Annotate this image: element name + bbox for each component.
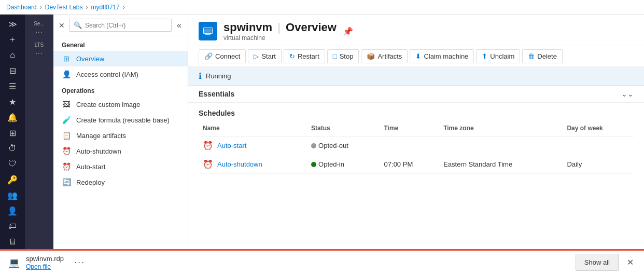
second-panel-se-dots[interactable]: ··· [35, 28, 43, 36]
show-all-button[interactable]: Show all [576, 254, 619, 271]
autostart-icon: ⏰ [62, 162, 71, 171]
vm-subtitle: virtual machine [223, 34, 337, 42]
schedule-day-cell: Daily [563, 155, 634, 174]
shield-icon[interactable]: 🛡 [2, 157, 23, 171]
unclaim-button[interactable]: ⬆ Unclaim [476, 49, 520, 63]
star-icon[interactable]: ★ [2, 94, 23, 109]
start-button[interactable]: ▷ Start [248, 49, 281, 63]
col-name: Name [199, 122, 307, 136]
overview-icon: ⊞ [62, 54, 71, 63]
col-time: Time [380, 122, 440, 136]
home-icon[interactable]: ⌂ [2, 48, 23, 62]
list-icon[interactable]: ☰ [2, 79, 23, 93]
essentials-chevron-icon[interactable]: ⌄⌄ [621, 90, 634, 98]
person-icon[interactable]: 👤 [2, 203, 23, 218]
add-icon[interactable]: ＋ [2, 32, 23, 47]
breadcrumb-sep-3: › [123, 4, 125, 11]
nav-autoshutdown[interactable]: ⏰ Auto-shutdown [53, 143, 188, 159]
toolbar: 🔗 Connect ▷ Start ↻ Restart □ Stop 📦 Art… [188, 46, 644, 67]
status-dot [311, 143, 316, 148]
nav-custom-image[interactable]: 🖼 Create custom image [53, 97, 188, 112]
open-file-link[interactable]: Open file [26, 263, 64, 270]
grid-icon[interactable]: ⊞ [2, 126, 23, 140]
schedule-name-text[interactable]: Auto-shutdown [217, 160, 262, 168]
nav-formula-label: Create formula (reusable base) [76, 116, 170, 124]
content-area: spwinvm | Overview virtual machine 📌 🔗 C… [188, 15, 644, 249]
monitor-icon[interactable]: 🖥 [2, 235, 23, 249]
section-operations: Operations [53, 82, 188, 97]
breadcrumb-sep-1: › [40, 4, 42, 11]
nav-autoshutdown-label: Auto-shutdown [76, 147, 121, 155]
nav-autostart[interactable]: ⏰ Auto-start [53, 159, 188, 174]
nav-artifacts-label: Manage artifacts [76, 132, 126, 140]
table-row: ⏰ Auto-start Opted-out [199, 136, 634, 155]
delete-icon: 🗑 [528, 52, 535, 60]
essentials-header: Essentials ⌄⌄ [188, 86, 644, 103]
expand-icon[interactable]: ≫ [2, 17, 23, 31]
file-icon: 💻 [8, 257, 20, 268]
restart-icon: ↻ [289, 52, 295, 60]
delete-button[interactable]: 🗑 Delete [522, 49, 563, 63]
col-day: Day of week [563, 122, 634, 136]
unclaim-icon: ⬆ [482, 52, 487, 60]
bell-icon[interactable]: 🔔 [2, 110, 23, 125]
bottom-bar-ellipsis[interactable]: ··· [74, 257, 85, 268]
artifacts-button[interactable]: 📦 Artifacts [361, 49, 408, 63]
connect-button[interactable]: 🔗 Connect [199, 49, 246, 63]
col-status: Status [307, 122, 380, 136]
clock-icon[interactable]: ⏱ [2, 141, 23, 156]
second-panel: Se... ··· LTS ··· [25, 15, 53, 249]
tag-icon[interactable]: 🏷 [2, 219, 23, 234]
connect-icon: 🔗 [204, 52, 213, 60]
search-icon: 🔍 [74, 21, 82, 29]
bottom-close-button[interactable]: ✕ [625, 255, 636, 269]
nav-iam-label: Access control (IAM) [76, 71, 138, 78]
second-panel-se[interactable]: Se... ··· [27, 19, 51, 38]
key-icon[interactable]: 🔑 [2, 172, 23, 187]
nav-artifacts[interactable]: 📋 Manage artifacts [53, 128, 188, 143]
nav-custom-image-label: Create custom image [76, 101, 141, 108]
schedules-table: Name Status Time Time zone Day of week ⏰… [199, 122, 634, 174]
schedule-icon: ⏰ [203, 141, 213, 150]
bottom-bar: 💻 spwinvm.rdp Open file ··· Show all ✕ [0, 249, 644, 274]
nav-overview[interactable]: ⊞ Overview [53, 51, 188, 66]
search-input[interactable] [85, 22, 167, 29]
claim-button[interactable]: ⬇ Claim machine [410, 49, 474, 63]
nav-scrollable: General ⊞ Overview 👤 Access control (IAM… [53, 36, 188, 249]
nav-iam[interactable]: 👤 Access control (IAM) [53, 66, 188, 82]
formula-icon: 🧪 [62, 116, 71, 124]
close-nav-button[interactable]: ✕ [59, 21, 65, 30]
artifacts-nav-icon: 📋 [62, 131, 71, 140]
breadcrumb-lab[interactable]: mydtl0717 [91, 4, 119, 11]
iam-icon: 👤 [62, 70, 71, 78]
schedule-name-text[interactable]: Auto-start [217, 142, 246, 149]
autoshutdown-icon: ⏰ [62, 147, 71, 155]
file-name: spwinvm.rdp [26, 255, 64, 263]
collapse-nav-button[interactable]: « [176, 20, 183, 31]
pin-icon[interactable]: 📌 [343, 26, 353, 36]
essentials-title: Essentials [199, 90, 234, 98]
vm-icon [199, 22, 217, 40]
start-icon: ▷ [254, 52, 259, 60]
schedule-status-cell: Opted-out [307, 136, 380, 155]
nav-formula[interactable]: 🧪 Create formula (reusable base) [53, 112, 188, 128]
nav-autostart-label: Auto-start [76, 163, 105, 171]
left-nav: ✕ 🔍 « General ⊞ Overview 👤 Access contro… [53, 15, 188, 249]
search-box[interactable]: 🔍 [69, 19, 172, 32]
breadcrumb-devtest[interactable]: DevTest Labs [45, 4, 83, 11]
restart-button[interactable]: ↻ Restart [284, 49, 325, 63]
dashboard-icon[interactable]: ⊟ [2, 63, 23, 78]
second-panel-lts-dots[interactable]: ··· [35, 49, 43, 57]
status-text: Running [206, 72, 231, 80]
col-timezone: Time zone [439, 122, 563, 136]
stop-button[interactable]: □ Stop [327, 49, 359, 63]
nav-overview-label: Overview [76, 55, 104, 63]
breadcrumb-dashboard[interactable]: Dashboard [6, 4, 37, 11]
status-bar: ℹ Running [188, 67, 644, 86]
schedules-title: Schedules [199, 109, 634, 117]
nav-redeploy[interactable]: 🔄 Redeploy [53, 174, 188, 190]
second-panel-lts[interactable]: LTS ··· [27, 40, 51, 59]
svg-rect-1 [205, 34, 211, 35]
users-icon[interactable]: 👥 [2, 188, 23, 202]
table-row: ⏰ Auto-shutdown Opted-in 07:00 PM Easter… [199, 155, 634, 174]
